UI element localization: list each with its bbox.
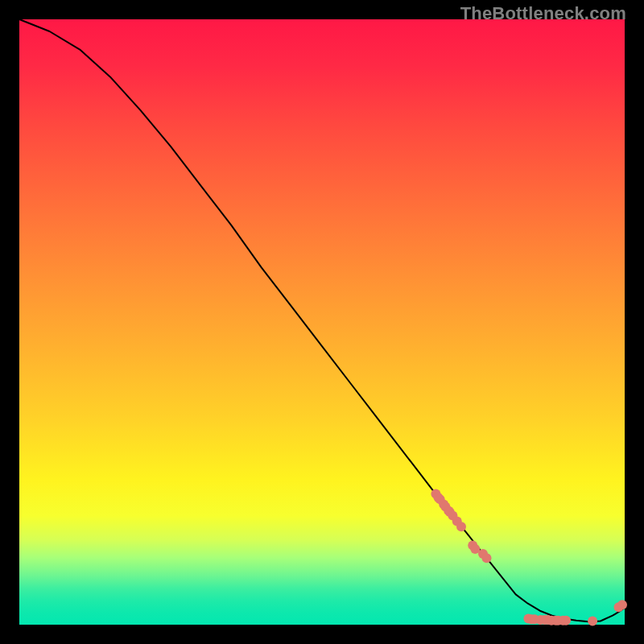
curve-marker [456, 522, 466, 531]
curve-marker [561, 616, 571, 625]
bottleneck-curve-svg [19, 19, 625, 625]
curve-marker [617, 600, 627, 609]
bottleneck-curve [19, 19, 625, 621]
chart-plot-area [19, 19, 625, 625]
chart-stage: TheBottleneck.com [0, 0, 644, 644]
curve-markers [431, 489, 627, 626]
curve-marker [482, 553, 492, 563]
curve-marker [588, 617, 597, 626]
